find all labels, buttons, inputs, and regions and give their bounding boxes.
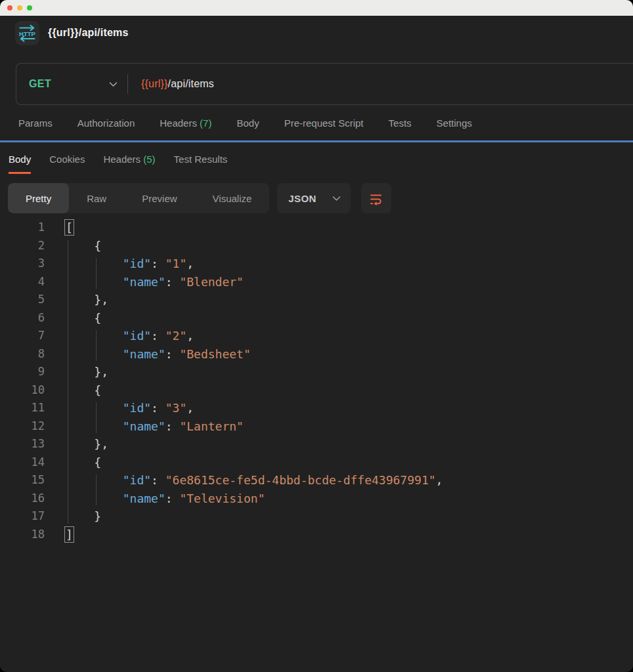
code-text: }, [66,435,108,453]
code-text: { [66,381,101,400]
line-number: 16 [0,490,45,508]
url-variable: {{url}} [141,78,168,89]
code-text: [ [66,219,73,237]
code-line-15: 15 "id": "6e8615ce-fe5d-4bbd-bcde-dffe43… [0,471,633,490]
indent-guide [96,474,97,505]
code-line-3: 3 "id": "1", [0,255,633,273]
tab-count-badge: (5) [141,154,156,165]
tab-label: Test Results [174,154,228,165]
url-input[interactable]: {{url}}/api/items [141,78,633,90]
wrap-text-icon [368,191,383,206]
view-mode-pretty[interactable]: Pretty [8,183,69,213]
json-punctuation [66,329,123,343]
request-tab-authorization[interactable]: Authorization [77,117,135,129]
request-url-bar: GET {{url}}/api/items [16,63,633,105]
tab-label: Body [9,154,31,165]
code-line-1: 1[ [0,219,633,237]
svg-text:HTTP: HTTP [19,30,35,37]
json-punctuation: , [186,257,194,270]
request-tab-settings[interactable]: Settings [437,117,472,129]
json-key: "name" [123,492,165,505]
url-bar-divider [127,74,128,94]
zoom-button[interactable] [27,5,32,10]
app-window: HTTP {{url}}/api/items GET {{url}}/api/i… [0,0,633,672]
chevron-down-icon [332,196,341,201]
wrap-text-button[interactable] [361,183,391,213]
code-text: "name": "Blender" [66,273,244,291]
request-tab-params[interactable]: Params [18,117,53,129]
view-mode-raw[interactable]: Raw [69,183,124,213]
tab-label: Pre-request Script [284,117,364,129]
response-tab-body[interactable]: Body [9,154,31,174]
view-mode-segmented-control: PrettyRawPreviewVisualize [8,183,269,213]
format-value: JSON [288,193,316,204]
indent-guide [68,240,68,524]
line-number: 15 [0,471,45,490]
json-punctuation: }, [66,365,108,379]
minimize-button[interactable] [17,5,22,10]
tab-label: Authorization [77,117,135,129]
code-text: }, [66,363,108,381]
json-key: "id" [123,473,151,487]
format-select[interactable]: JSON [277,183,350,213]
code-text: } [66,507,101,526]
code-line-6: 6 { [0,309,633,327]
json-punctuation: : [165,347,180,361]
code-line-10: 10 { [0,381,633,400]
line-number: 13 [0,435,45,453]
json-punctuation: : [165,492,180,505]
code-text: { [66,309,101,327]
request-tab-pre-request-script[interactable]: Pre-request Script [284,117,364,129]
code-line-17: 17 } [0,507,633,526]
json-string-value: "6e8615ce-fe5d-4bbd-bcde-dffe43967991" [165,473,436,487]
line-number: 18 [0,526,45,544]
line-number: 17 [0,507,45,526]
url-path: /api/items [168,78,214,89]
view-mode-visualize[interactable]: Visualize [195,183,270,213]
tab-label: Params [18,117,53,129]
line-number: 12 [0,417,45,436]
json-punctuation: , [436,473,443,487]
code-text: "id": "6e8615ce-fe5d-4bbd-bcde-dffe43967… [66,471,443,490]
response-toolbar: PrettyRawPreviewVisualize JSON [8,183,633,213]
line-number: 8 [0,345,45,364]
response-tab-headers[interactable]: Headers (5) [103,154,155,174]
response-tab-test-results[interactable]: Test Results [174,154,228,174]
code-line-9: 9 }, [0,363,633,381]
response-body-editor[interactable]: 1[2 {3 "id": "1",4 "name": "Blender"5 },… [0,219,633,543]
code-text: { [66,237,101,255]
method-select[interactable]: GET [16,64,127,104]
indent-guide [96,258,97,289]
indent-guide [96,402,97,433]
line-number: 7 [0,327,45,345]
json-punctuation: }, [66,437,108,451]
request-tab-body[interactable]: Body [236,117,259,129]
code-text: "id": "3", [66,399,194,417]
json-punctuation [66,275,123,289]
json-string-value: "Blender" [179,275,244,289]
json-key: "id" [123,401,151,415]
json-punctuation [66,492,123,505]
code-text: { [66,453,101,472]
macos-titlebar [0,0,633,16]
line-number: 14 [0,453,45,472]
json-key: "name" [123,347,165,361]
close-button[interactable] [7,5,12,10]
matched-bracket: [ [66,220,73,234]
json-punctuation [66,419,123,433]
tab-label: Headers [103,154,141,165]
code-line-16: 16 "name": "Television" [0,490,633,508]
json-key: "id" [123,257,151,270]
view-mode-preview[interactable]: Preview [124,183,194,213]
code-line-12: 12 "name": "Lantern" [0,417,633,436]
response-tab-cookies[interactable]: Cookies [49,154,85,174]
request-tab-tests[interactable]: Tests [389,117,412,129]
json-punctuation [66,401,123,415]
code-text: "name": "Lantern" [66,417,244,436]
line-number: 10 [0,381,45,400]
json-punctuation: { [66,383,101,397]
json-punctuation: : [151,401,165,415]
json-punctuation [66,347,123,361]
request-tab-headers[interactable]: Headers (7) [160,117,211,129]
json-punctuation: : [165,275,180,289]
